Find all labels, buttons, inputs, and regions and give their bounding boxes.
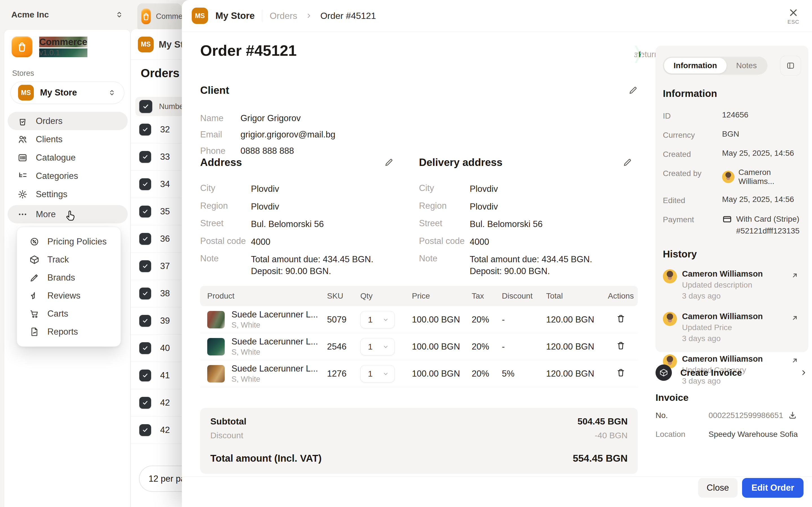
item-row: Suede Lacerunner L...S, White 1276 1 100… [200, 360, 638, 387]
store-initials-badge: MS [138, 37, 154, 52]
download-invoice-button[interactable] [788, 411, 797, 420]
workspace-selector-icon[interactable] [114, 10, 124, 20]
order-status-stepper: Pending Completed Paid Shipped Returned [427, 45, 638, 64]
store-selector[interactable]: MS My Store [10, 81, 124, 104]
sidebar-item-orders[interactable]: Orders [8, 112, 128, 130]
close-button[interactable]: Close [698, 478, 738, 498]
order-items-table: Product SKU Qty Price Tax Discount Total… [200, 286, 638, 387]
tab-information[interactable]: Information [664, 58, 726, 73]
qty-value: 1 [368, 315, 373, 325]
delete-item-button[interactable] [616, 341, 626, 350]
row-checkbox[interactable] [139, 124, 151, 135]
menu-item-reviews[interactable]: Reviews [17, 287, 121, 305]
workspace-name: Acme Inc [11, 10, 49, 19]
order-number: 37 [160, 261, 170, 271]
delete-item-button[interactable] [616, 314, 626, 323]
row-checkbox[interactable] [139, 288, 151, 299]
order-list-row[interactable]: 40 [131, 335, 182, 362]
edit-address-button[interactable] [384, 158, 394, 167]
settings-gear-icon [17, 189, 28, 200]
breadcrumb-store[interactable]: My Store [215, 10, 255, 21]
menu-item-pricing-policies[interactable]: Pricing Policies [17, 233, 121, 251]
discount-label: Discount [210, 431, 243, 440]
order-detail-header: MS My Store Orders Order #45121 ESC [182, 0, 812, 32]
row-checkbox[interactable] [139, 315, 151, 327]
menu-item-brands[interactable]: Brands [17, 269, 121, 287]
product-variant: S, White [232, 321, 318, 330]
per-page-selector[interactable]: 12 per page [139, 466, 182, 492]
qty-select[interactable]: 1 [360, 338, 395, 355]
row-checkbox[interactable] [139, 260, 151, 272]
product-thumbnail [207, 365, 225, 383]
trash-icon [616, 314, 626, 323]
order-list-row[interactable]: 34 [131, 171, 182, 198]
order-list-row[interactable]: 38 [131, 280, 182, 307]
collapse-panel-button[interactable] [780, 56, 801, 75]
order-list-row[interactable]: 33 [131, 144, 182, 171]
order-list-row[interactable]: 42 [131, 416, 182, 444]
item-total: 120.00 BGN [546, 369, 604, 379]
order-number: 38 [160, 288, 170, 298]
clients-people-icon [17, 134, 28, 145]
qty-value: 1 [368, 369, 373, 379]
order-number: 34 [160, 179, 170, 189]
order-list-row[interactable]: 42 [131, 389, 182, 416]
app-tab-label: Commerce [156, 12, 182, 21]
row-checkbox[interactable] [139, 178, 151, 190]
sidebar-item-label: Catalogue [36, 153, 75, 163]
edit-order-button[interactable]: Edit Order [742, 478, 804, 498]
orders-panel-title: Orders [141, 66, 180, 80]
order-detail-panel: MS My Store Orders Order #45121 ESC Orde… [182, 0, 812, 507]
row-checkbox[interactable] [139, 342, 151, 354]
item-sku: 5079 [327, 315, 360, 325]
qty-select[interactable]: 1 [360, 311, 395, 328]
breadcrumb-orders[interactable]: Orders [269, 11, 297, 21]
open-history-button[interactable] [790, 271, 799, 280]
product-name: Suede Lacerunner L... [232, 363, 318, 374]
order-list-row[interactable]: 32 [131, 116, 182, 144]
edit-client-button[interactable] [628, 86, 638, 95]
sidebar-toggle-icon [786, 61, 795, 70]
sidebar-item-catalogue[interactable]: Catalogue [8, 149, 128, 167]
edit-delivery-button[interactable] [622, 158, 632, 167]
sidebar-item-label: Settings [36, 189, 67, 200]
menu-item-carts[interactable]: Carts [17, 305, 121, 323]
sidebar-item-settings[interactable]: Settings [8, 185, 128, 203]
sidebar-nav: Orders Clients Catalogue Categories Sett… [8, 112, 128, 223]
menu-item-label: Carts [47, 309, 68, 319]
invoice-heading: Invoice [656, 392, 689, 403]
footer-divider [182, 476, 812, 477]
order-list-row[interactable]: 36 [131, 225, 182, 252]
menu-item-label: Pricing Policies [47, 237, 107, 247]
col-tax: Tax [472, 291, 502, 300]
delete-item-button[interactable] [616, 368, 626, 378]
menu-item-track[interactable]: Track [17, 251, 121, 269]
order-list-row[interactable]: 41 [131, 362, 182, 389]
row-checkbox[interactable] [139, 370, 151, 381]
field-label: Currency [663, 129, 722, 140]
select-all-checkbox[interactable] [139, 100, 152, 113]
menu-item-reports[interactable]: Reports [17, 323, 121, 341]
sidebar-item-clients[interactable]: Clients [8, 130, 128, 149]
qty-select[interactable]: 1 [360, 365, 395, 383]
order-list-row[interactable]: 39 [131, 307, 182, 335]
sidebar: Commerce v1.0.1 Stores MS My Store Order… [4, 29, 131, 507]
field-label: No. [656, 411, 709, 420]
open-history-button[interactable] [790, 314, 799, 323]
create-invoice-button[interactable]: Create Invoice [656, 363, 808, 383]
order-list-row[interactable]: 35 [131, 198, 182, 225]
close-panel-button[interactable]: ESC [781, 4, 805, 28]
sidebar-item-categories[interactable]: Categories [8, 167, 128, 185]
workspace-switcher[interactable]: Acme Inc [11, 0, 49, 29]
tab-notes[interactable]: Notes [726, 58, 766, 73]
row-checkbox[interactable] [139, 151, 151, 163]
order-list-row[interactable]: 37 [131, 252, 182, 280]
row-checkbox[interactable] [139, 397, 151, 409]
sidebar-item-more[interactable]: More [8, 205, 128, 223]
history-user: Cameron Williamson [682, 312, 763, 321]
avatar [722, 171, 734, 183]
row-checkbox[interactable] [139, 206, 151, 217]
app-tab-commerce[interactable]: Commerce [137, 3, 182, 29]
row-checkbox[interactable] [139, 233, 151, 245]
row-checkbox[interactable] [139, 424, 151, 436]
